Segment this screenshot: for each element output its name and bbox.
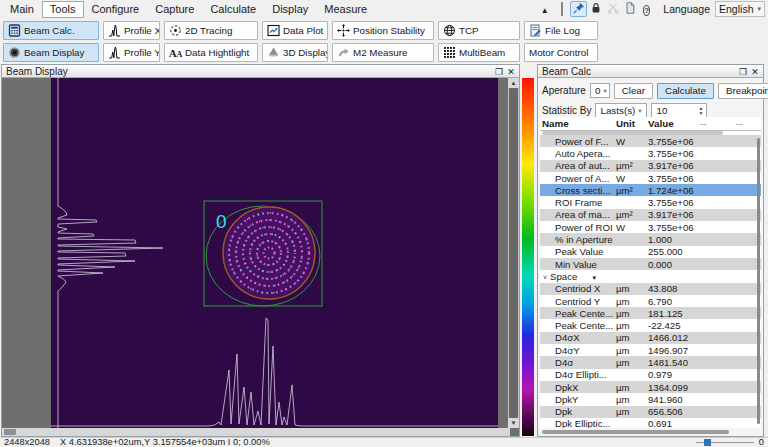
- expander-icon[interactable]: ˅: [543, 274, 547, 281]
- cut-button[interactable]: [604, 1, 621, 17]
- table-row[interactable]: Power of ROIW3.755e+06: [540, 221, 761, 233]
- beam-horizontal-scrollbar[interactable]: [2, 428, 510, 436]
- table-row[interactable]: DpkXµm1364.099: [540, 381, 761, 393]
- menu-capture[interactable]: Capture: [147, 1, 202, 18]
- table-row[interactable]: Power of A...W3.755e+06: [540, 172, 761, 184]
- beam-vertical-scrollbar[interactable]: ▲ ▼: [508, 78, 519, 428]
- float-icon[interactable]: ❐: [493, 66, 505, 77]
- calculate-button[interactable]: Calculate: [657, 83, 714, 99]
- menu-configure[interactable]: Configure: [84, 1, 148, 18]
- beam-calc-header: Beam Calc ❐ ✕: [538, 65, 763, 78]
- toolbar-button-3d-display[interactable]: 3D Display: [262, 43, 328, 62]
- row-name-text: Centriod Y: [555, 296, 600, 307]
- grid-icon: [443, 46, 456, 59]
- menu-display[interactable]: Display: [264, 1, 316, 18]
- slider-value: 0: [759, 438, 764, 447]
- beam-thumbnail-button[interactable]: [553, 1, 570, 17]
- scroll-down-icon[interactable]: ▼: [508, 418, 519, 428]
- menu-tools[interactable]: Tools: [42, 1, 84, 18]
- collapse-button[interactable]: ▲: [536, 1, 553, 17]
- close-icon[interactable]: ✕: [505, 66, 517, 77]
- beam-display-content: 0 ▲ ▼: [2, 78, 519, 436]
- toolbar-button-multibeam[interactable]: MultiBeam: [438, 43, 520, 62]
- toolbar-button-beam-display[interactable]: Beam Display: [3, 43, 99, 62]
- table-row[interactable]: Cross secti...µm²1.724e+06: [540, 184, 761, 196]
- table-row[interactable]: D4σ Ellipti...0.979: [540, 369, 761, 381]
- aperture-value: 0: [595, 85, 600, 96]
- toolbar-button-profile-x[interactable]: Profile X: [103, 21, 160, 40]
- table-header-value[interactable]: Value: [648, 118, 700, 129]
- row-value: 1466.012: [648, 332, 700, 343]
- toolbar-button-m2-measure[interactable]: M2 Measure: [332, 43, 434, 62]
- table-row[interactable]: ROI Frame3.755e+06: [540, 196, 761, 208]
- table-row[interactable]: Peak Cente...µm181.125: [540, 307, 761, 319]
- table-vertical-scrollbar[interactable]: [756, 136, 761, 426]
- close-icon[interactable]: ✕: [749, 66, 761, 77]
- toolbar-button-tcp[interactable]: TCP: [438, 21, 520, 40]
- document-button[interactable]: [621, 1, 638, 17]
- help-button[interactable]: ?: [638, 1, 655, 17]
- menu-main[interactable]: Main: [2, 1, 42, 18]
- spinner-arrows-icon[interactable]: ▲▼: [696, 104, 705, 117]
- table-row[interactable]: Auto Apera...3.755e+06: [540, 147, 761, 159]
- language-dropdown[interactable]: English ▾: [715, 1, 765, 17]
- table-row[interactable]: Min Value0.000: [540, 258, 761, 270]
- table-row[interactable]: DpkYµm941.960: [540, 393, 761, 405]
- beam-calc-panel: Beam Calc ❐ ✕ Aperature 0 ▾ Clear Calcul…: [537, 64, 764, 437]
- table-row[interactable]: Area of aut...µm²3.917e+06: [540, 160, 761, 172]
- toolbar-button-motor-control[interactable]: Motor Control: [524, 43, 598, 62]
- table-row[interactable]: Centriod Yµm6.790: [540, 295, 761, 307]
- beam-image-canvas[interactable]: 0: [51, 78, 498, 428]
- table-row[interactable]: D4σYµm1496.907: [540, 344, 761, 356]
- toolbar-button-position-stability[interactable]: Position Stability: [332, 21, 434, 40]
- clear-button[interactable]: Clear: [614, 83, 653, 99]
- table-row[interactable]: D4σXµm1466.012: [540, 332, 761, 344]
- table-row[interactable]: Centriod Xµm43.808: [540, 283, 761, 295]
- row-name: DpkX: [542, 382, 616, 393]
- table-row[interactable]: Peak Value255.000: [540, 246, 761, 258]
- menu-calculate[interactable]: Calculate: [202, 1, 264, 18]
- menubar-right-controls: ▲? Language English ▾: [536, 1, 765, 17]
- toolbar-button-data-hightlight[interactable]: AAData Hightlight: [164, 43, 258, 62]
- table-row[interactable]: ˅Space▼: [540, 270, 761, 282]
- table-header-name[interactable]: Name: [542, 118, 616, 129]
- aperture-select[interactable]: 0 ▾: [590, 83, 610, 98]
- row-value: 255.000: [648, 246, 700, 257]
- beamdisplay-icon: [8, 46, 21, 59]
- row-name: Cross secti...: [542, 185, 616, 196]
- scrollbar-thumb[interactable]: [4, 429, 16, 435]
- scrollbar-thumb[interactable]: [509, 88, 518, 418]
- aa-icon: AA: [169, 46, 182, 59]
- toolbar-button-profile-y[interactable]: Profile Y: [103, 43, 160, 62]
- row-name: ROI Frame: [542, 197, 616, 208]
- breakpoint-button[interactable]: Breakpoint: [718, 83, 768, 99]
- toolbar-button-data-plot[interactable]: Data Plot: [262, 21, 328, 40]
- table-row[interactable]: D4σµm1481.540: [540, 356, 761, 368]
- table-header-stat1[interactable]: --: [700, 118, 736, 129]
- status-slider[interactable]: [696, 439, 754, 447]
- scroll-up-icon[interactable]: ▲: [508, 78, 519, 88]
- results-table: NameUnitValue---- Power of F...W3.755e+0…: [540, 117, 761, 428]
- toolbar-button-2d-tracing[interactable]: 2D Tracing: [164, 21, 258, 40]
- lock-button[interactable]: [587, 1, 604, 17]
- table-row[interactable]: Power of F...W3.755e+06: [540, 135, 761, 147]
- table-row[interactable]: % in Aperture1.000: [540, 233, 761, 245]
- statistic-by-select[interactable]: Lasts(s) ▾: [595, 103, 647, 118]
- statistic-count-value: 10: [656, 105, 667, 116]
- float-icon[interactable]: ❐: [737, 66, 749, 77]
- statistic-count-spinner[interactable]: 10 ▲▼: [651, 103, 707, 118]
- pin-icon: [573, 2, 585, 16]
- table-row[interactable]: Area of ma...µm²3.917e+06: [540, 209, 761, 221]
- table-row[interactable]: Dpk Elliptic...0.691: [540, 418, 761, 428]
- pin-button[interactable]: [570, 1, 587, 17]
- table-top-scrollbar[interactable]: [540, 131, 761, 135]
- toolbar-button-beam-calc-[interactable]: Beam Calc.: [3, 21, 99, 40]
- table-header-unit[interactable]: Unit: [616, 118, 648, 129]
- menu-measure[interactable]: Measure: [316, 1, 375, 18]
- toolbar-button-file-log[interactable]: File Log: [524, 21, 598, 40]
- table-header-stat2[interactable]: --: [736, 118, 760, 129]
- table-row[interactable]: Peak Cente...µm-22.425: [540, 319, 761, 331]
- table-row[interactable]: Dpkµm656.506: [540, 406, 761, 418]
- table-horizontal-scrollbar[interactable]: [542, 430, 755, 434]
- slider-handle[interactable]: [704, 439, 711, 446]
